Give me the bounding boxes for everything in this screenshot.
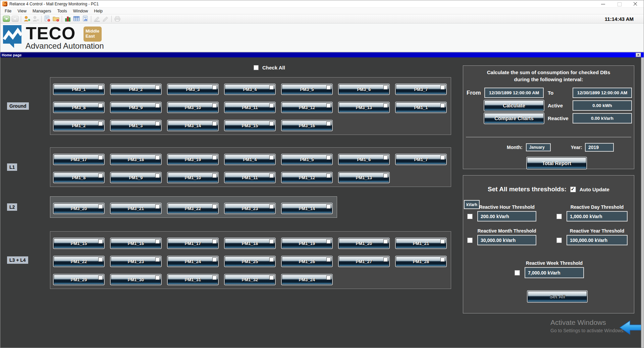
meter-button-PM3_9[interactable]: PM3_9 — [111, 102, 161, 112]
week-threshold-checkbox[interactable] — [515, 270, 520, 276]
meter-checkbox[interactable] — [440, 257, 445, 262]
meter-button-PM1_20[interactable]: PM1_20 — [339, 238, 389, 248]
meter-button-PM1_7[interactable]: PM1_7 — [396, 154, 446, 164]
meter-button-PM1_30[interactable]: PM1_30 — [111, 275, 161, 285]
vertical-scrollbar[interactable] — [641, 57, 644, 348]
meter-button-PM1_26[interactable]: PM1_26 — [282, 256, 332, 266]
meter-button-PM1_13[interactable]: PM1_13 — [339, 172, 389, 183]
meter-checkbox[interactable] — [98, 276, 103, 280]
meter-checkbox[interactable] — [269, 276, 274, 280]
meter-button-PM3_19[interactable]: PM3_19 — [168, 154, 218, 164]
meter-checkbox[interactable] — [269, 239, 274, 244]
meter-button-PM1_28[interactable]: PM1_28 — [396, 256, 446, 266]
meter-checkbox[interactable] — [269, 121, 274, 126]
meter-button-PM1_1[interactable]: PM1_1 — [396, 102, 446, 112]
meter-button-PM3_12[interactable]: PM3_12 — [282, 102, 332, 112]
meter-button-PM1_16[interactable]: PM1_16 — [111, 238, 161, 248]
meter-button-PM3_20[interactable]: PM3_20 — [54, 203, 104, 213]
meter-checkbox[interactable] — [155, 121, 160, 126]
meter-button-PM3_3[interactable]: PM3_3 — [168, 84, 218, 94]
menu-window[interactable]: Window — [70, 8, 91, 14]
month-threshold-checkbox[interactable] — [467, 238, 473, 243]
menu-view[interactable]: View — [14, 8, 30, 14]
year-threshold-field[interactable]: 100,000.00 kVarh — [567, 235, 628, 245]
meter-button-PM1_32[interactable]: PM1_32 — [225, 275, 275, 285]
meter-checkbox[interactable] — [98, 103, 103, 108]
meter-button-PM3_22[interactable]: PM3_22 — [168, 203, 218, 213]
meter-button-PM1_3[interactable]: PM1_3 — [111, 120, 161, 131]
meter-button-PM1_6[interactable]: PM1_6 — [339, 154, 389, 164]
day-threshold-checkbox[interactable] — [556, 214, 562, 219]
calculate-button[interactable]: Calculate — [484, 100, 544, 111]
meter-checkbox[interactable] — [98, 155, 103, 160]
meter-checkbox[interactable] — [269, 103, 274, 108]
meter-button-PM1_8[interactable]: PM1_8 — [54, 172, 104, 183]
meter-checkbox[interactable] — [212, 239, 217, 244]
meter-button-PM3_6[interactable]: PM3_6 — [339, 84, 389, 94]
meter-checkbox[interactable] — [326, 204, 331, 209]
menu-tools[interactable]: Tools — [54, 8, 70, 14]
meter-button-PM3_16[interactable]: PM3_16 — [282, 120, 332, 131]
meter-checkbox[interactable] — [326, 257, 331, 262]
meter-button-PM1_18[interactable]: PM1_18 — [225, 238, 275, 248]
meter-button-PM1_12[interactable]: PM1_12 — [282, 172, 332, 183]
compare-charts-button[interactable]: Compare Charts — [484, 113, 544, 123]
page-close-icon[interactable]: × — [636, 53, 641, 57]
back-icon[interactable] — [2, 15, 11, 23]
meter-button-PM3_14[interactable]: PM3_14 — [168, 120, 218, 131]
meter-checkbox[interactable] — [383, 85, 388, 90]
meter-checkbox[interactable] — [269, 85, 274, 90]
meter-button-PM1_14[interactable]: PM1_14 — [282, 203, 332, 213]
month-threshold-field[interactable]: 30,000.00 kVarh — [477, 235, 536, 245]
meter-checkbox[interactable] — [383, 155, 388, 160]
check-all-checkbox[interactable] — [254, 65, 259, 70]
meter-button-PM1_10[interactable]: PM1_10 — [168, 172, 218, 183]
meter-button-PM1_22[interactable]: PM1_22 — [54, 256, 104, 266]
meter-checkbox[interactable] — [155, 239, 160, 244]
to-datetime-field[interactable]: 12/30/1899 12:00:00 AM — [573, 88, 632, 98]
meter-checkbox[interactable] — [98, 204, 103, 209]
meter-button-PM1_9[interactable]: PM1_9 — [111, 172, 161, 183]
meter-checkbox[interactable] — [269, 257, 274, 262]
meter-button-PM3_2[interactable]: PM3_2 — [111, 84, 161, 94]
menu-help[interactable]: Help — [91, 8, 106, 14]
year-threshold-checkbox[interactable] — [556, 238, 562, 243]
meter-checkbox[interactable] — [440, 239, 445, 244]
meter-checkbox[interactable] — [155, 204, 160, 209]
meter-checkbox[interactable] — [440, 155, 445, 160]
unit-tab-kvarh[interactable]: kVarh — [464, 200, 480, 209]
meter-checkbox[interactable] — [383, 257, 388, 262]
meter-checkbox[interactable] — [383, 103, 388, 108]
meter-button-PM1_17[interactable]: PM1_17 — [168, 238, 218, 248]
meter-checkbox[interactable] — [212, 173, 217, 178]
meter-button-PM3_10[interactable]: PM3_10 — [168, 102, 218, 112]
data-table-icon[interactable] — [72, 15, 81, 23]
meter-button-PM3_13[interactable]: PM3_13 — [339, 102, 389, 112]
meter-button-PM3_21[interactable]: PM3_21 — [111, 203, 161, 213]
folder-alarm-icon[interactable]: ! — [52, 15, 60, 23]
meter-checkbox[interactable] — [326, 173, 331, 178]
hour-threshold-checkbox[interactable] — [467, 214, 473, 219]
report-icon[interactable] — [81, 15, 90, 23]
meter-checkbox[interactable] — [212, 276, 217, 280]
day-threshold-field[interactable]: 1,000.00 kVarh — [567, 211, 628, 221]
meter-button-PM3_18[interactable]: PM3_18 — [111, 154, 161, 164]
meter-button-PM1_29[interactable]: PM1_29 — [54, 275, 104, 285]
meter-button-PM3_1[interactable]: PM3_1 — [54, 84, 104, 94]
auto-update-checkbox[interactable] — [570, 187, 576, 192]
meter-checkbox[interactable] — [326, 155, 331, 160]
bar-chart-icon[interactable] — [63, 15, 72, 23]
minimize-button[interactable] — [600, 1, 606, 7]
meter-checkbox[interactable] — [155, 257, 160, 262]
meter-button-PM3_11[interactable]: PM3_11 — [225, 102, 275, 112]
set-all-button[interactable]: Set All — [528, 291, 587, 302]
meter-button-PM3_8[interactable]: PM3_8 — [54, 102, 104, 112]
meter-checkbox[interactable] — [212, 155, 217, 160]
meter-checkbox[interactable] — [98, 85, 103, 90]
meter-button-PM1_2[interactable]: PM1_2 — [54, 120, 104, 131]
meter-checkbox[interactable] — [98, 121, 103, 126]
meter-button-PM1_25[interactable]: PM1_25 — [225, 256, 275, 266]
meter-button-PM1_19[interactable]: PM1_19 — [282, 238, 332, 248]
meter-checkbox[interactable] — [383, 173, 388, 178]
meter-checkbox[interactable] — [326, 103, 331, 108]
